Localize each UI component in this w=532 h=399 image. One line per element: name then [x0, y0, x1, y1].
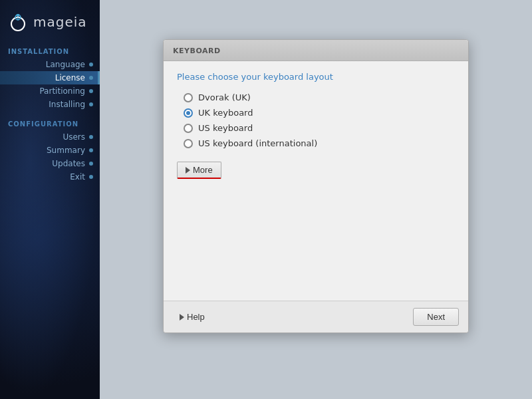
next-button[interactable]: Next — [413, 308, 459, 326]
radio-label-us-keyboard: US keyboard — [198, 123, 253, 133]
sidebar-item-language[interactable]: Language — [0, 58, 100, 71]
configuration-section-label: CONFIGURATION — [0, 111, 100, 130]
more-label: More — [193, 165, 213, 175]
sidebar-item-exit-label: Exit — [70, 172, 85, 182]
radio-circle-us-keyboard-intl — [184, 139, 193, 148]
sidebar: mageia INSTALLATION Language License Par… — [0, 0, 100, 399]
keyboard-dialog: KEYBOARD Please choose your keyboard lay… — [163, 39, 469, 333]
radio-circle-uk-keyboard — [184, 108, 193, 118]
sidebar-item-partitioning[interactable]: Partitioning — [0, 84, 100, 98]
radio-circle-dvorak-uk — [184, 93, 193, 102]
sidebar-item-summary-dot — [89, 148, 93, 152]
radio-label-uk-keyboard: UK keyboard — [198, 108, 253, 118]
main-content: KEYBOARD Please choose your keyboard lay… — [100, 0, 532, 399]
sidebar-item-partitioning-dot — [89, 89, 93, 93]
sidebar-item-partitioning-label: Partitioning — [39, 86, 85, 96]
dialog-header: KEYBOARD — [164, 40, 468, 61]
sidebar-item-updates-dot — [89, 162, 93, 166]
installation-section-label: INSTALLATION — [0, 39, 100, 58]
dialog-footer: Help Next — [164, 301, 468, 332]
radio-label-us-keyboard-intl: US keyboard (international) — [198, 138, 317, 148]
sidebar-item-exit[interactable]: Exit — [0, 170, 100, 184]
sidebar-item-users-label: Users — [63, 132, 85, 142]
radio-us-keyboard[interactable]: US keyboard — [184, 123, 455, 133]
sidebar-item-updates-label: Updates — [52, 159, 85, 168]
more-play-icon — [186, 167, 190, 174]
dialog-body: Please choose your keyboard layout Dvora… — [164, 61, 468, 301]
radio-dvorak-uk[interactable]: Dvorak (UK) — [184, 92, 455, 102]
dialog-prompt: Please choose your keyboard layout — [177, 72, 455, 82]
sidebar-item-users-dot — [89, 135, 93, 139]
sidebar-item-installing-dot — [89, 102, 93, 106]
sidebar-item-installing[interactable]: Installing — [0, 98, 100, 111]
sidebar-item-license-dot — [89, 76, 93, 80]
logo-text: mageia — [33, 14, 87, 30]
radio-label-dvorak-uk: Dvorak (UK) — [198, 92, 251, 102]
mageia-logo-icon — [8, 12, 28, 32]
radio-uk-keyboard[interactable]: UK keyboard — [184, 108, 455, 118]
svg-point-3 — [17, 14, 19, 17]
radio-circle-us-keyboard — [184, 124, 193, 133]
help-label: Help — [187, 312, 205, 322]
sidebar-item-license-label: License — [55, 73, 85, 82]
sidebar-item-language-dot — [89, 63, 93, 66]
sidebar-item-summary[interactable]: Summary — [0, 144, 100, 157]
sidebar-item-exit-dot — [89, 175, 93, 179]
dialog-title: KEYBOARD — [173, 47, 221, 55]
radio-us-keyboard-intl[interactable]: US keyboard (international) — [184, 138, 455, 148]
sidebar-item-installing-label: Installing — [49, 100, 85, 109]
keyboard-options: Dvorak (UK) UK keyboard US keyboard US k… — [184, 92, 455, 148]
more-button[interactable]: More — [177, 162, 221, 179]
sidebar-item-updates[interactable]: Updates — [0, 157, 100, 170]
sidebar-item-users[interactable]: Users — [0, 130, 100, 144]
sidebar-item-license[interactable]: License — [0, 71, 100, 84]
sidebar-item-summary-label: Summary — [47, 146, 85, 155]
help-button[interactable]: Help — [173, 309, 211, 325]
logo-area: mageia — [0, 0, 100, 39]
sidebar-item-language-label: Language — [46, 60, 85, 69]
help-play-icon — [180, 314, 184, 321]
